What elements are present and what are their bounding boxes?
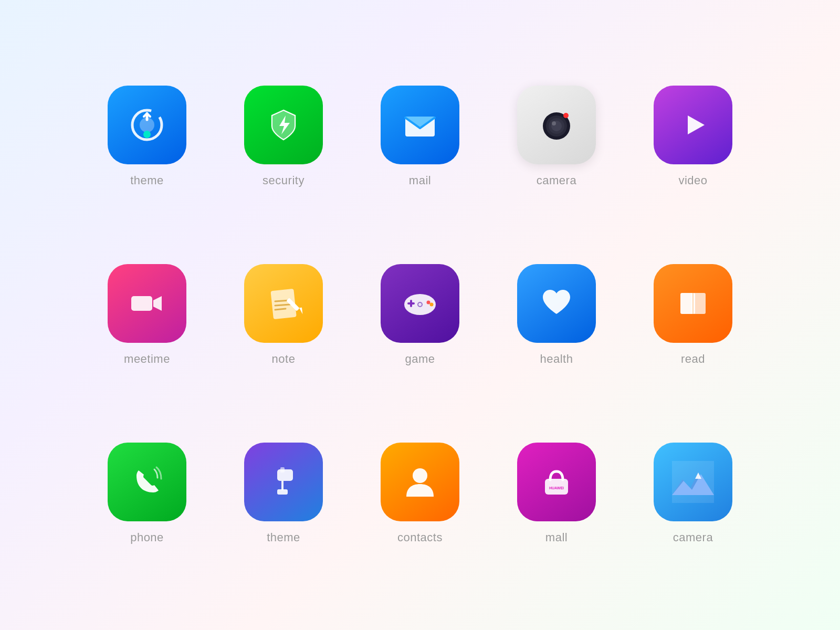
app-label-phone: phone bbox=[130, 531, 164, 544]
app-icon-video[interactable] bbox=[654, 86, 732, 164]
svg-rect-11 bbox=[131, 296, 152, 311]
app-cell-theme2[interactable]: theme bbox=[215, 404, 352, 583]
app-label-read: read bbox=[681, 352, 705, 366]
app-icon-mall[interactable]: HUAWEI bbox=[517, 443, 596, 521]
svg-rect-29 bbox=[277, 489, 288, 495]
svg-rect-19 bbox=[410, 300, 412, 307]
svg-point-20 bbox=[427, 301, 430, 304]
app-cell-mail[interactable]: mail bbox=[352, 47, 488, 226]
app-icon-phone[interactable] bbox=[108, 443, 186, 521]
svg-point-2 bbox=[143, 131, 151, 138]
app-icon-camera2[interactable] bbox=[654, 443, 732, 521]
app-cell-theme1[interactable]: theme bbox=[79, 47, 215, 226]
app-cell-camera2[interactable]: camera bbox=[625, 404, 761, 583]
app-label-health: health bbox=[540, 352, 573, 366]
svg-line-14 bbox=[275, 304, 290, 306]
app-icon-meetime[interactable] bbox=[108, 264, 186, 343]
app-cell-phone[interactable]: phone bbox=[79, 404, 215, 583]
app-label-theme2: theme bbox=[267, 531, 300, 544]
app-icon-read[interactable] bbox=[654, 264, 732, 343]
app-icon-theme1[interactable] bbox=[108, 86, 186, 164]
svg-point-23 bbox=[418, 303, 422, 306]
app-icon-camera1[interactable] bbox=[517, 86, 596, 164]
app-label-contacts: contacts bbox=[397, 531, 443, 544]
app-cell-video[interactable]: video bbox=[625, 47, 761, 226]
app-cell-contacts[interactable]: contacts bbox=[352, 404, 488, 583]
svg-point-10 bbox=[563, 113, 569, 118]
app-cell-camera1[interactable]: camera bbox=[488, 47, 625, 226]
app-icon-mail[interactable] bbox=[381, 86, 459, 164]
app-label-theme1: theme bbox=[130, 174, 164, 187]
svg-rect-30 bbox=[280, 467, 285, 472]
app-label-note: note bbox=[272, 352, 296, 366]
app-icon-note[interactable] bbox=[244, 264, 323, 343]
app-cell-note[interactable]: note bbox=[215, 226, 352, 404]
svg-text:HUAWEI: HUAWEI bbox=[549, 486, 564, 490]
app-label-mall: mall bbox=[545, 531, 568, 544]
app-label-camera2: camera bbox=[673, 531, 713, 544]
app-label-game: game bbox=[405, 352, 435, 366]
app-cell-security[interactable]: security bbox=[215, 47, 352, 226]
svg-line-15 bbox=[275, 309, 286, 310]
app-icon-health[interactable] bbox=[517, 264, 596, 343]
app-cell-health[interactable]: health bbox=[488, 226, 625, 404]
app-icon-theme2[interactable] bbox=[244, 443, 323, 521]
app-label-meetime: meetime bbox=[124, 352, 170, 366]
app-cell-game[interactable]: game bbox=[352, 226, 488, 404]
app-label-mail: mail bbox=[409, 174, 431, 187]
app-icon-game[interactable] bbox=[381, 264, 459, 343]
svg-rect-28 bbox=[281, 481, 284, 490]
app-icon-security[interactable] bbox=[244, 86, 323, 164]
app-label-video: video bbox=[678, 174, 707, 187]
app-cell-meetime[interactable]: meetime bbox=[79, 226, 215, 404]
svg-point-9 bbox=[552, 121, 556, 125]
app-icon-contacts[interactable] bbox=[381, 443, 459, 521]
app-cell-read[interactable]: read bbox=[625, 226, 761, 404]
svg-rect-27 bbox=[277, 469, 293, 481]
app-label-security: security bbox=[262, 174, 304, 187]
app-cell-mall[interactable]: HUAWEI mall bbox=[488, 404, 625, 583]
svg-rect-34 bbox=[672, 461, 714, 503]
svg-point-21 bbox=[430, 303, 434, 307]
svg-point-31 bbox=[413, 468, 427, 483]
app-label-camera1: camera bbox=[537, 174, 576, 187]
app-grid: theme security m bbox=[79, 47, 761, 583]
